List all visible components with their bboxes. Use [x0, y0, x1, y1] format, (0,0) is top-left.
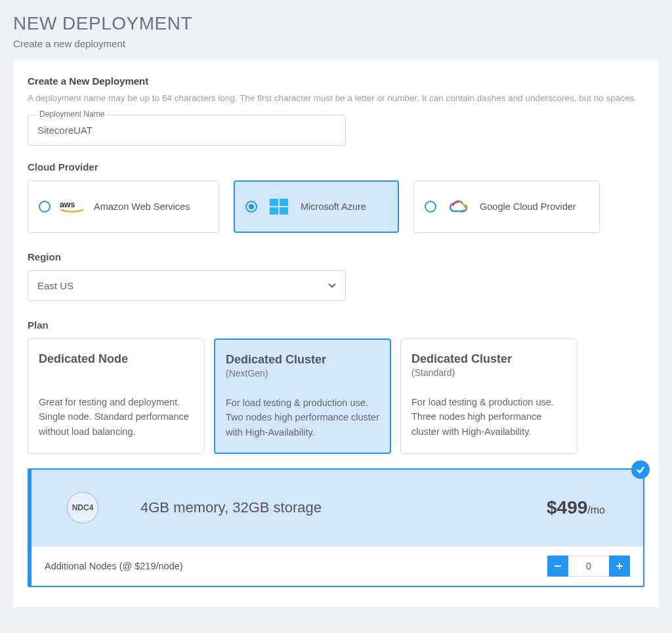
plan-sub: (NextGen)	[226, 368, 379, 378]
increment-button[interactable]	[609, 556, 630, 577]
svg-rect-5	[555, 565, 561, 567]
svg-rect-4	[280, 207, 288, 214]
page-subtitle: Create a new deployment	[13, 38, 659, 49]
provider-label-gcp: Google Cloud Provider	[480, 201, 576, 212]
plan-title: Dedicated Cluster	[411, 352, 566, 366]
plan-desc: For load testing & production use. Three…	[411, 395, 566, 439]
plan-option-dedicated-node[interactable]: Dedicated Node Great for testing and dep…	[28, 338, 205, 454]
tier-spec: 4GB memory, 32GB storage	[140, 499, 505, 516]
page-title: NEW DEPLOYMENT	[13, 13, 659, 34]
azure-logo-icon	[266, 195, 291, 218]
plan-desc: For load testing & production use. Two n…	[226, 396, 379, 439]
radio-unchecked-icon	[425, 201, 436, 213]
radio-unchecked-icon	[39, 201, 51, 213]
svg-rect-7	[619, 563, 620, 569]
section-title: Create a New Deployment	[28, 75, 644, 87]
svg-text:aws: aws	[60, 200, 75, 209]
provider-label-aws: Amazon Web Services	[94, 201, 190, 212]
cloud-provider-label: Cloud Provider	[28, 161, 644, 173]
additional-nodes-stepper	[547, 556, 630, 577]
check-icon	[631, 460, 650, 479]
deployment-name-input[interactable]	[28, 115, 346, 146]
plan-title: Dedicated Cluster	[226, 353, 379, 367]
tier-price: $499/mo	[547, 497, 605, 518]
deployment-name-label: Deployment Name	[37, 110, 107, 119]
tier-selection[interactable]: NDC4 4GB memory, 32GB storage $499/mo Ad…	[28, 468, 644, 587]
plan-option-dedicated-cluster-nextgen[interactable]: Dedicated Cluster (NextGen) For load tes…	[214, 338, 391, 454]
radio-checked-icon	[245, 201, 257, 213]
provider-label-azure: Microsoft Azure	[301, 201, 366, 212]
additional-nodes-input[interactable]	[568, 556, 609, 577]
additional-nodes-label: Additional Nodes (@ $219/node)	[45, 561, 183, 571]
plan-option-dedicated-cluster-standard[interactable]: Dedicated Cluster (Standard) For load te…	[400, 338, 578, 454]
svg-rect-1	[270, 199, 278, 206]
plan-label: Plan	[28, 319, 644, 331]
region-select[interactable]: East US	[28, 270, 346, 301]
tier-badge: NDC4	[67, 492, 98, 523]
decrement-button[interactable]	[547, 556, 568, 577]
deployment-name-field: Deployment Name	[28, 115, 346, 146]
svg-rect-2	[280, 199, 288, 206]
provider-option-aws[interactable]: aws Amazon Web Services	[28, 180, 219, 233]
deployment-card: Create a New Deployment A deployment nam…	[13, 60, 659, 607]
region-label: Region	[28, 251, 644, 262]
name-hint: A deployment name may be up to 64 charac…	[28, 93, 644, 103]
plan-desc: Great for testing and deployment. Single…	[39, 395, 194, 439]
provider-option-gcp[interactable]: Google Cloud Provider	[413, 180, 600, 233]
plan-title: Dedicated Node	[39, 352, 194, 366]
gcp-logo-icon	[446, 199, 471, 214]
provider-option-azure[interactable]: Microsoft Azure	[234, 180, 399, 233]
svg-rect-3	[270, 207, 278, 214]
plan-sub: (Standard)	[411, 367, 566, 378]
aws-logo-icon: aws	[60, 199, 85, 214]
